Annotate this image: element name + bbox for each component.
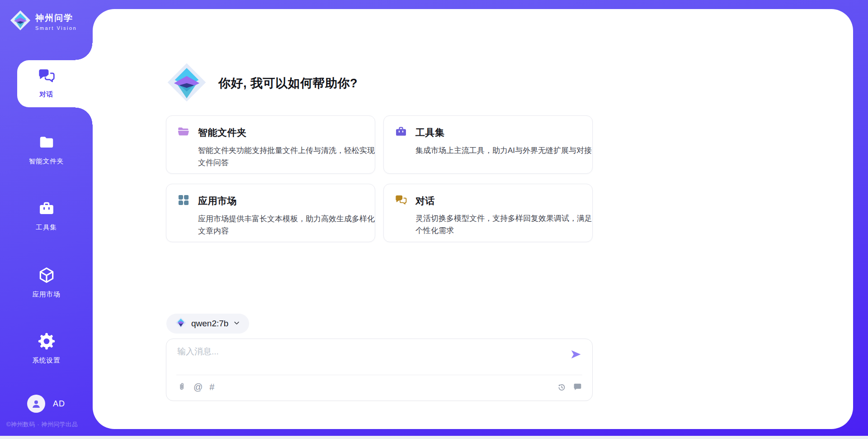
greeting-logo-diamond-icon	[167, 62, 207, 104]
brand-name: 神州问学	[35, 12, 77, 24]
card-title: 应用市场	[198, 195, 237, 207]
folder-icon	[38, 134, 55, 153]
sidebar-footer: ©神州数码 · 神州问学出品	[6, 420, 97, 429]
avatar	[27, 395, 45, 413]
sidebar-item-label: 应用市场	[33, 290, 61, 299]
attachment-icon[interactable]	[177, 382, 187, 392]
folder-open-icon	[177, 125, 190, 140]
model-selector[interactable]: qwen2:7b	[166, 314, 249, 334]
toolbox-icon	[395, 125, 407, 140]
tab-fillet-top	[75, 43, 93, 60]
sidebar-item-label: 智能文件夹	[29, 157, 64, 166]
bottom-scrollbar-strip[interactable]	[0, 436, 868, 439]
card-title: 工具集	[415, 126, 445, 139]
user-avatar-icon	[30, 398, 42, 410]
topic-icon[interactable]: #	[209, 382, 214, 392]
greeting-block: 你好, 我可以如何帮助你?	[167, 63, 358, 103]
sidebar-item-chat[interactable]: 对话	[0, 67, 93, 99]
send-icon	[570, 348, 582, 361]
toolbox-icon	[38, 200, 55, 219]
card-description: 灵活切换多模型文件，支持多样回复效果调试，满足个性化需求	[415, 212, 593, 237]
chat-bubbles-icon	[395, 194, 407, 208]
message-composer: @ #	[166, 339, 593, 401]
card-title: 对话	[415, 195, 435, 207]
apps-grid-icon	[177, 194, 190, 208]
message-input[interactable]	[177, 346, 557, 372]
user-name: AD	[53, 399, 65, 409]
sidebar-item-label: 系统设置	[33, 356, 61, 365]
card-description: 智能文件夹功能支持批量文件上传与清洗，轻松实现文件问答	[198, 144, 375, 169]
sidebar-item-label: 工具集	[36, 223, 57, 232]
cube-icon	[38, 266, 56, 286]
chevron-down-icon	[233, 320, 240, 328]
brand-diamond-icon	[10, 10, 31, 33]
gear-icon	[38, 332, 56, 352]
user-profile[interactable]: AD	[27, 395, 65, 413]
composer-actions	[557, 382, 582, 392]
tab-fillet-bottom	[75, 107, 93, 124]
sidebar-item-settings[interactable]: 系统设置	[0, 332, 93, 365]
card-description: 应用市场提供丰富长文本模板，助力高效生成多样化文章内容	[198, 213, 375, 237]
card-chat[interactable]: 对话 灵活切换多模型文件，支持多样回复效果调试，满足个性化需求	[383, 184, 593, 242]
sidebar-item-label: 对话	[39, 90, 53, 99]
greeting-title: 你好, 我可以如何帮助你?	[218, 75, 358, 91]
sidebar-item-toolset[interactable]: 工具集	[0, 200, 93, 232]
card-title: 智能文件夹	[198, 126, 247, 139]
sidebar-item-app-market[interactable]: 应用市场	[0, 266, 93, 299]
composer-tools: @ #	[177, 382, 214, 392]
mention-icon[interactable]: @	[193, 382, 203, 392]
history-icon[interactable]	[557, 382, 566, 392]
card-toolset[interactable]: 工具集 集成市场上主流工具，助力AI与外界无缝扩展与对接	[383, 115, 593, 174]
sidebar-item-smart-folder[interactable]: 智能文件夹	[0, 134, 93, 166]
card-smart-folder[interactable]: 智能文件夹 智能文件夹功能支持批量文件上传与清洗，轻松实现文件问答	[166, 115, 375, 174]
card-description: 集成市场上主流工具，助力AI与外界无缝扩展与对接	[415, 144, 593, 157]
model-name: qwen2:7b	[191, 319, 228, 329]
send-button[interactable]	[570, 348, 582, 361]
composer-divider	[176, 375, 582, 375]
card-app-market[interactable]: 应用市场 应用市场提供丰富长文本模板，助力高效生成多样化文章内容	[166, 184, 375, 242]
brand-subtitle: Smart Vision	[35, 25, 77, 31]
feedback-chat-icon[interactable]	[573, 382, 582, 392]
model-diamond-icon	[175, 317, 186, 330]
chat-bubbles-icon	[38, 67, 56, 86]
feature-cards: 智能文件夹 智能文件夹功能支持批量文件上传与清洗，轻松实现文件问答 工具集 集成…	[166, 115, 593, 242]
brand: 神州问学 Smart Vision	[10, 10, 77, 33]
